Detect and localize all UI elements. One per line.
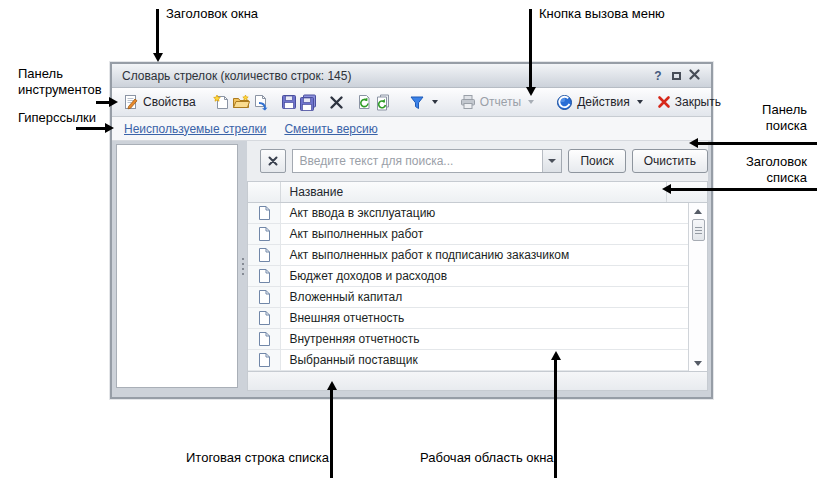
reports-dropdown-caret [528, 100, 534, 104]
splitter-grip-dot [242, 268, 244, 270]
list-item[interactable]: Акт ввода в эксплуатацию [248, 203, 688, 224]
splitter-handle[interactable] [238, 141, 248, 391]
splitter-grip-dot [242, 263, 244, 265]
document-icon [258, 206, 270, 220]
delete-button[interactable] [329, 91, 344, 113]
list-body: Акт ввода в эксплуатацию [248, 203, 707, 371]
document-icon [258, 332, 270, 346]
close-label: Закрыть [675, 95, 721, 109]
list-item-label: Акт выполненных работ к подписанию заказ… [281, 245, 688, 265]
document-icon [258, 227, 270, 241]
save-all-button[interactable] [299, 91, 317, 113]
link-change-version[interactable]: Сменить версию [284, 122, 377, 136]
list-item[interactable]: Выбранный поставщик [248, 350, 688, 371]
list-item-label: Акт выполненных работ [281, 224, 688, 244]
scroll-down-button[interactable] [689, 355, 707, 371]
callout-window-title: Заголовок окна [166, 6, 258, 22]
arrow-menu-button [529, 9, 532, 88]
list-item[interactable]: Внешняя отчетность [248, 308, 688, 329]
name-column-header[interactable]: Название [281, 182, 666, 202]
actions-label: Действия [577, 95, 630, 109]
triangle-up-icon [694, 209, 702, 214]
arrowhead-toolbar [109, 97, 118, 107]
search-reset-button[interactable] [260, 149, 286, 173]
search-input[interactable] [293, 150, 542, 172]
list-header-row[interactable]: Название [248, 182, 707, 203]
vertical-scrollbar[interactable] [688, 203, 707, 371]
open-item-button[interactable] [232, 91, 250, 113]
list-item-label: Бюджет доходов и расходов [281, 266, 688, 286]
callout-search-panel: Панель поиска [727, 102, 807, 134]
arrow-toolbar [96, 101, 110, 104]
arrowhead-window-title [153, 53, 163, 62]
filter-button[interactable] [404, 93, 443, 112]
actions-button[interactable]: Действия [551, 92, 648, 113]
list-item-icon-cell [248, 350, 281, 370]
search-history-dropdown[interactable] [542, 150, 561, 172]
icon-column-header [248, 182, 281, 202]
help-button[interactable]: ? [649, 69, 667, 83]
list-item[interactable]: Акт выполненных работ к подписанию заказ… [248, 245, 688, 266]
properties-icon [123, 94, 139, 110]
list-item-icon-cell [248, 266, 281, 286]
list-item-icon-cell [248, 203, 281, 223]
copy-item-button[interactable] [252, 91, 269, 113]
close-button[interactable]: Закрыть [652, 93, 726, 111]
save-button[interactable] [281, 91, 297, 113]
callout-toolbar: Панель инструментов [18, 66, 118, 98]
clear-button[interactable]: Очистить [632, 149, 708, 173]
close-icon [689, 69, 700, 80]
scrollbar-thumb[interactable] [692, 219, 705, 241]
save-all-icon [299, 94, 317, 111]
refresh-button[interactable] [356, 91, 372, 113]
arrowhead-hyperlinks [105, 123, 114, 133]
list-item-label: Акт ввода в эксплуатацию [281, 203, 688, 223]
document-icon [258, 290, 270, 304]
arrowhead-list-header [662, 184, 671, 194]
list-item-icon-cell [248, 308, 281, 328]
dialog-window: Словарь стрелок (количество строк: 145) … [110, 62, 713, 399]
splitter-grip-dot [242, 273, 244, 275]
clear-x-icon [268, 156, 278, 166]
document-icon [258, 248, 270, 262]
scroll-up-button[interactable] [689, 203, 707, 219]
save-icon [281, 94, 297, 110]
maximize-icon [672, 72, 681, 80]
new-item-icon [213, 94, 230, 111]
summary-row [247, 372, 708, 391]
copy-item-icon [252, 94, 269, 111]
page: Заголовок окна Кнопка вызова меню Панель… [0, 0, 817, 478]
callout-work-area: Рабочая область окна [420, 450, 554, 466]
splitter-grip-dot [242, 258, 244, 260]
maximize-button[interactable] [667, 69, 685, 83]
list-item[interactable]: Бюджет доходов и расходов [248, 266, 688, 287]
search-button[interactable]: Поиск [568, 149, 625, 173]
window-title: Словарь стрелок (количество строк: 145) [122, 69, 649, 83]
refresh-icon [356, 94, 372, 110]
window-close-button[interactable] [685, 69, 703, 83]
callout-menu-button: Кнопка вызова меню [539, 6, 665, 22]
refresh-all-icon [374, 94, 392, 111]
tree-panel[interactable] [116, 144, 238, 388]
list-item[interactable]: Внутренняя отчетность [248, 329, 688, 350]
list-area: Название [247, 181, 708, 372]
hyperlinks-bar: Неиспользуемые стрелки Сменить версию [112, 117, 711, 141]
document-icon [258, 353, 270, 367]
list-item-icon-cell [248, 329, 281, 349]
actions-dropdown-caret [637, 100, 643, 104]
arrow-list-header [671, 188, 817, 191]
arrowhead-work-area [551, 351, 561, 360]
list-item-label: Внутренняя отчетность [281, 329, 688, 349]
title-bar[interactable]: Словарь стрелок (количество строк: 145) … [112, 64, 711, 88]
toolbar: Свойства [112, 88, 711, 117]
list-item-icon-cell [248, 287, 281, 307]
link-unused-arrows[interactable]: Неиспользуемые стрелки [124, 122, 266, 136]
list-item[interactable]: Акт выполненных работ [248, 224, 688, 245]
properties-button[interactable]: Свойства [118, 92, 201, 112]
arrow-search-panel [698, 142, 817, 145]
refresh-all-button[interactable] [374, 91, 392, 113]
new-item-button[interactable] [213, 91, 230, 113]
open-item-icon [232, 94, 250, 110]
document-icon [258, 311, 270, 325]
list-item[interactable]: Вложенный капитал [248, 287, 688, 308]
